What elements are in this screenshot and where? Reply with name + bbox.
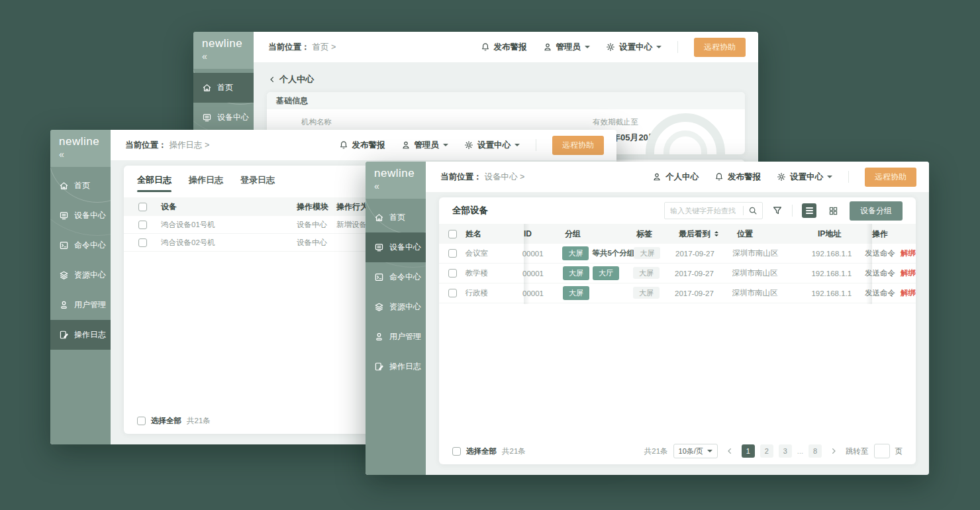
sidebar-item-device-center[interactable]: 设备中心: [193, 103, 254, 132]
tab-all-logs[interactable]: 全部日志: [137, 174, 172, 192]
sidebar-item-operation-log[interactable]: 操作日志: [50, 320, 111, 350]
publish-alert-button[interactable]: 发布警报: [481, 42, 527, 53]
group-more-label: 等共5个分组: [592, 248, 634, 258]
pagination-controls: 共21条 10条/页 1 2 3 ... 8 跳转至: [644, 444, 903, 458]
settings-menu[interactable]: 设置中心: [606, 42, 662, 53]
page-button-3[interactable]: 3: [779, 444, 792, 458]
row-checkbox[interactable]: [448, 249, 457, 258]
page-size-select[interactable]: 10条/页: [673, 444, 718, 458]
tab-login-logs[interactable]: 登录日志: [240, 174, 275, 192]
topbar-actions: 发布警报 管理员 设置中心 远程协助: [481, 38, 746, 57]
remote-assist-button[interactable]: 远程协助: [865, 168, 916, 187]
column-group: 分组: [565, 229, 636, 240]
jump-page-input[interactable]: [874, 444, 890, 458]
remote-assist-button[interactable]: 远程协助: [694, 38, 746, 57]
breadcrumb: 操作日志 >: [170, 140, 210, 151]
sidebar-item-home[interactable]: 首页: [193, 73, 254, 103]
home-icon: [374, 213, 384, 223]
tag-badge: 大屏: [633, 287, 660, 299]
bell-icon: [339, 140, 348, 150]
profile-menu[interactable]: 个人中心: [652, 172, 699, 183]
next-page-button[interactable]: [827, 444, 840, 458]
admin-label: 管理员: [556, 42, 581, 53]
prev-page-button[interactable]: [723, 444, 736, 458]
sidebar-item-device-center[interactable]: 设备中心: [366, 232, 426, 262]
page-ellipsis: ...: [797, 447, 803, 455]
group-badge: 大屏: [563, 286, 589, 300]
topbar: 当前位置： 设备中心 > 个人中心 发布警报 设置中心 远程协助: [426, 162, 929, 192]
logo-area: newline «: [366, 162, 426, 199]
select-all-checkbox[interactable]: [452, 447, 461, 456]
row-checkbox[interactable]: [138, 221, 147, 229]
sidebar-item-label: 资源中心: [74, 270, 106, 281]
publish-alert-button[interactable]: 发布警报: [714, 172, 761, 183]
search-input[interactable]: [665, 207, 743, 215]
layers-icon: [59, 270, 69, 280]
sidebar-item-user-management[interactable]: 用户管理: [366, 322, 426, 352]
publish-alert-button[interactable]: 发布警报: [339, 140, 385, 151]
page-button-2[interactable]: 2: [760, 444, 773, 458]
send-command-link[interactable]: 发送命令: [865, 248, 895, 258]
sidebar-item-operation-log[interactable]: 操作日志: [366, 352, 426, 382]
page-button-1[interactable]: 1: [742, 444, 755, 458]
remote-assist-button[interactable]: 远程协助: [552, 136, 604, 155]
sort-icon[interactable]: [714, 231, 718, 236]
column-location: 位置: [737, 229, 818, 240]
search-icon[interactable]: [744, 206, 762, 215]
desktop: { "brand": { "logo": "newline", "collaps…: [0, 0, 980, 510]
sidebar-item-resource-center[interactable]: 资源中心: [366, 292, 426, 322]
settings-menu[interactable]: 设置中心: [777, 172, 832, 183]
admin-menu[interactable]: 管理员: [401, 140, 449, 151]
newline-logo: newline: [202, 37, 254, 50]
row-checkbox[interactable]: [448, 269, 457, 278]
table-header: 姓名 ID 分组 标签 最后看到 位置 IP地址 操作: [439, 224, 916, 244]
sidebar-item-label: 首页: [74, 180, 90, 191]
sidebar: newline « 首页 设备中心 命令中心 资源中心 用户管理: [50, 130, 111, 444]
cell-name: 教学楼: [466, 268, 522, 278]
select-all-checkbox[interactable]: [138, 203, 147, 211]
sidebar-item-resource-center[interactable]: 资源中心: [50, 260, 111, 290]
row-checkbox[interactable]: [448, 289, 457, 297]
cell-location: 深圳市南山区: [732, 248, 811, 258]
cell-action: 发送命令 解绑: [865, 248, 916, 258]
caret-down-icon: [443, 144, 448, 149]
collapse-sidebar-icon[interactable]: «: [374, 181, 426, 191]
collapse-sidebar-icon[interactable]: «: [202, 51, 254, 62]
settings-menu[interactable]: 设置中心: [464, 140, 520, 151]
sidebar-item-command-center[interactable]: 命令中心: [366, 262, 426, 292]
page-button-8[interactable]: 8: [808, 444, 822, 458]
logo-area: newline «: [193, 32, 254, 69]
sidebar-item-device-center[interactable]: 设备中心: [50, 201, 111, 230]
sidebar-item-home[interactable]: 首页: [50, 171, 111, 201]
sidebar-item-home[interactable]: 首页: [366, 203, 426, 232]
sidebar-nav: 首页 设备中心 命令中心 资源中心 用户管理 操作日志: [50, 167, 111, 350]
sidebar-item-user-management[interactable]: 用户管理: [50, 290, 111, 320]
row-checkbox[interactable]: [138, 238, 147, 247]
table-row[interactable]: 会议室 00001 大屏 等共5个分组 大屏 2017-09-27 深圳市南山区: [439, 244, 916, 264]
logo-area: newline «: [50, 130, 111, 167]
list-view-button[interactable]: [802, 203, 816, 218]
sidebar-item-command-center[interactable]: 命令中心: [50, 230, 111, 260]
unbind-link[interactable]: 解绑: [901, 248, 916, 258]
table-row[interactable]: 行政楼 00001 大屏 大屏 2017-09-27 深圳市南山区 192.16…: [439, 283, 916, 303]
cell-group: 大屏 大厅: [563, 266, 633, 280]
send-command-link[interactable]: 发送命令: [865, 288, 895, 298]
user-icon: [374, 332, 384, 342]
select-all-checkbox[interactable]: [137, 417, 146, 425]
filter-icon[interactable]: [772, 205, 783, 216]
unbind-link[interactable]: 解绑: [901, 288, 916, 298]
grid-view-button[interactable]: [826, 203, 840, 218]
chevron-right-icon: [830, 447, 838, 455]
tab-operation-logs[interactable]: 操作日志: [189, 174, 223, 192]
device-group-button[interactable]: 设备分组: [850, 201, 903, 221]
sidebar-nav: 首页 设备中心 命令中心 资源中心 用户管理 操作日志: [366, 199, 426, 382]
back-link-personal-center[interactable]: 个人中心: [267, 68, 745, 92]
table-row[interactable]: 教学楼 00001 大屏 大厅 大屏 2017-09-27 深圳市南山区 192…: [439, 264, 916, 283]
select-all-checkbox[interactable]: [448, 230, 457, 238]
cell-device: 鸿合设备01号机: [161, 220, 297, 230]
unbind-link[interactable]: 解绑: [901, 268, 916, 278]
sidebar-nav: 首页 设备中心: [193, 69, 254, 132]
collapse-sidebar-icon[interactable]: «: [59, 149, 111, 160]
send-command-link[interactable]: 发送命令: [865, 268, 895, 278]
admin-menu[interactable]: 管理员: [543, 42, 591, 53]
